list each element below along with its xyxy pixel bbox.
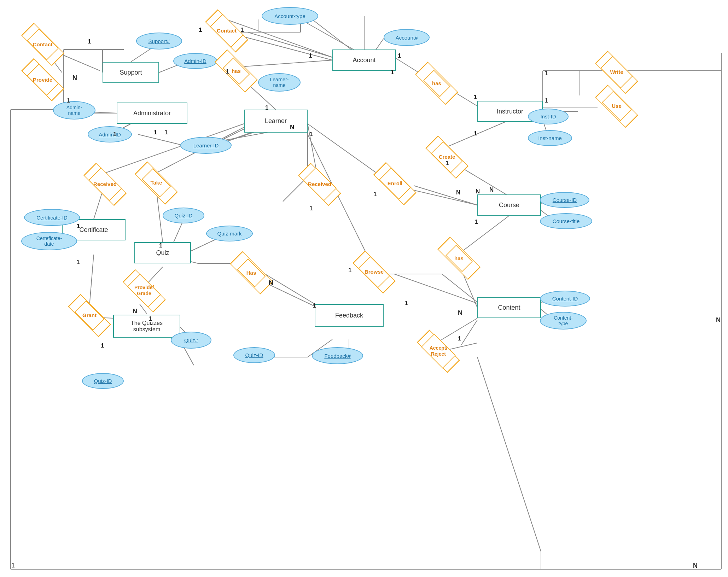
- label-n-has-course-content: N: [458, 309, 462, 317]
- label-n-has-quiz: N: [269, 279, 273, 287]
- ellipse-admin-id-top: Admin-ID: [173, 53, 217, 69]
- label-1-has-quiz-feedback: 1: [313, 302, 316, 309]
- label-1-received-left-bot: 1: [77, 223, 80, 230]
- entity-support: Support: [103, 62, 159, 83]
- svg-line-22: [447, 120, 509, 147]
- ellipse-quiz-id-top: Quiz-ID: [163, 208, 204, 223]
- diamond-contact-left: Contact: [21, 31, 65, 58]
- diamond-grant: Grant: [70, 303, 109, 327]
- svg-line-69: [301, 19, 354, 49]
- ellipse-inst-id: Inst-ID: [528, 109, 569, 124]
- label-1-support-contact: 1: [88, 38, 91, 45]
- label-1-accept-top: 1: [458, 335, 461, 342]
- svg-line-34: [308, 134, 373, 267]
- ellipse-feedback-hash: Feedback#: [312, 347, 363, 364]
- label-1-admin-bottom: 1: [113, 131, 116, 138]
- diamond-enroll: Enroll: [374, 171, 416, 196]
- label-1-cert-grant: 1: [76, 259, 80, 266]
- label-n-bottom-border: N: [693, 562, 698, 570]
- ellipse-course-id: Course-ID: [540, 192, 589, 208]
- diamond-received-right: Received: [297, 171, 342, 198]
- ellipse-quiz-id-mid: Quiz-ID: [233, 347, 275, 363]
- label-1-has-learner: 1: [226, 68, 229, 75]
- svg-line-47: [140, 304, 147, 314]
- label-1-provide-grade-bot: 1: [148, 315, 152, 322]
- entity-content: Content: [477, 297, 541, 318]
- svg-line-63: [138, 134, 187, 146]
- label-n-provide-grade: N: [133, 308, 137, 315]
- ellipse-content-type: Content-type: [540, 312, 587, 330]
- ellipse-quiz-hash: Quiz#: [171, 332, 211, 349]
- ellipse-content-id: Content-ID: [540, 291, 590, 307]
- entity-administrator: Administrator: [117, 103, 187, 124]
- label-1-enroll-right: 1: [373, 191, 377, 198]
- label-1-received-right-bot: 1: [309, 205, 313, 212]
- ellipse-admin-id-bot: Admin-ID: [88, 126, 132, 142]
- ellipse-account-hash: Account#: [384, 29, 430, 46]
- label-1-instr-create: 1: [474, 130, 477, 137]
- diamond-provide: Provide: [21, 66, 65, 93]
- ellipse-quiz-id-bot: Quiz-ID: [82, 373, 124, 389]
- label-1-received-right-top: 1: [309, 131, 313, 138]
- label-1-browse-learner: 1: [348, 267, 351, 274]
- ellipse-learner-name: Learner-name: [258, 73, 301, 92]
- label-1-take-top: 1: [164, 129, 168, 136]
- entity-quizzes-subsystem: The Quizzessubsystem: [113, 315, 180, 338]
- label-1-received-left-top: 1: [154, 129, 157, 136]
- svg-line-53: [89, 255, 94, 306]
- label-1-account-right: 1: [398, 52, 401, 59]
- label-1-learner-has-account: 1: [265, 104, 268, 111]
- label-n-create: N: [489, 186, 494, 193]
- label-1-use: 1: [544, 97, 548, 104]
- diamond-use: Use: [598, 94, 636, 118]
- diamond-accept-reject: Accept/Reject: [415, 337, 461, 365]
- ellipse-course-title: Course-title: [540, 213, 592, 229]
- label-n-enroll-learner: N: [290, 124, 294, 131]
- label-1-create: 1: [445, 160, 449, 167]
- label-1-has-course: 1: [474, 218, 478, 226]
- diamond-has-course: has: [441, 247, 477, 270]
- entity-account: Account: [332, 49, 396, 71]
- label-1-write: 1: [544, 70, 548, 77]
- diamond-take: Take: [137, 171, 175, 195]
- label-1-browse-content: 1: [405, 300, 408, 307]
- label-1-contact-account: 1: [309, 52, 312, 59]
- label-1-contact-top-right: 1: [240, 27, 244, 34]
- label-1-bottom-left: 1: [11, 562, 14, 569]
- diamond-received-left: Received: [82, 171, 128, 198]
- label-1-contact-top-left: 1: [199, 27, 202, 34]
- ellipse-admin-name: Admin-name: [53, 101, 95, 120]
- label-n-enroll-course: N: [456, 189, 460, 196]
- diamond-has-instructor: has: [419, 72, 454, 95]
- entity-feedback: Feedback: [315, 304, 384, 327]
- label-1-administrator-provide: 1: [66, 97, 70, 104]
- ellipse-cert-date: Certeficate-date: [21, 232, 77, 250]
- label-1-has-instructor-left: 1: [391, 69, 394, 76]
- ellipse-inst-name: Inst-name: [528, 130, 572, 146]
- label-n-right-border: N: [716, 316, 721, 324]
- svg-line-80: [414, 186, 477, 205]
- entity-learner: Learner: [244, 110, 308, 133]
- ellipse-account-type: Account-type: [262, 7, 318, 25]
- label-1-grant-quizzes: 1: [101, 342, 104, 349]
- label-n-provide: N: [72, 74, 77, 82]
- ellipse-quiz-mark: Quiz-mark: [206, 226, 253, 241]
- svg-line-87: [477, 357, 541, 552]
- label-n-course-create: N: [476, 188, 480, 195]
- svg-line-8: [247, 32, 332, 57]
- svg-line-82: [461, 320, 477, 345]
- label-1-has-instructor-right: 1: [474, 94, 477, 101]
- diamond-has-learner: has: [219, 59, 254, 82]
- ellipse-learner-id: Learner-ID: [180, 137, 232, 154]
- diamond-browse: Browse: [353, 259, 395, 285]
- label-1-take-bot: 1: [159, 242, 162, 249]
- diamond-provide-grade: Provide/Grade: [122, 277, 166, 304]
- entity-course: Course: [477, 194, 541, 216]
- ellipse-support-hash: Support#: [136, 33, 182, 49]
- diamond-write: Write: [596, 59, 637, 85]
- entity-quiz: Quiz: [134, 242, 191, 263]
- diamond-has-quiz: Has: [233, 261, 270, 285]
- ellipse-cert-id: Certificate-ID: [24, 209, 80, 226]
- svg-line-33: [442, 274, 477, 302]
